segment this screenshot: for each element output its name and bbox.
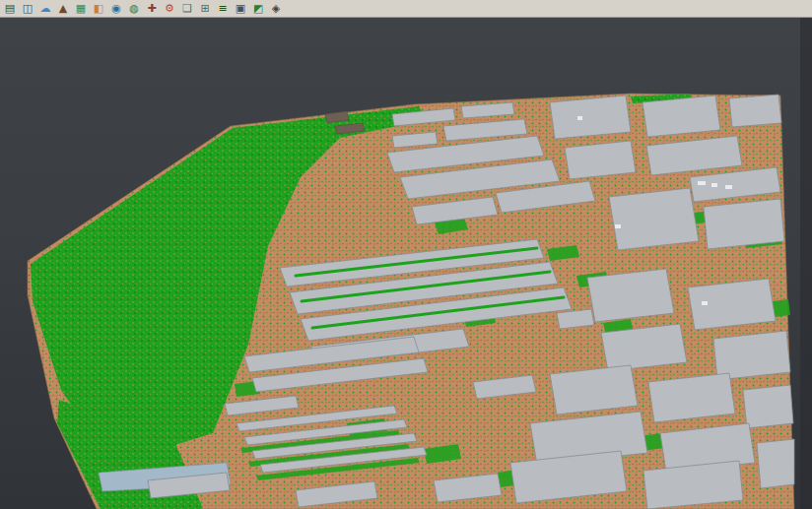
settings-gear-icon[interactable]: ⚙ (162, 1, 177, 16)
application-window: ▤ ◫ ☁ ▲ ▦ ◧ ◉ ◍ ✚ ⚙ ❏ ⊞ ≡ ▣ ◩ ◈ (0, 0, 812, 509)
snapshot-icon[interactable]: ▣ (233, 1, 248, 16)
open-icon[interactable]: ▤ (2, 1, 18, 16)
viewport-right-gutter (800, 18, 812, 509)
palette-icon[interactable]: ◧ (91, 1, 106, 16)
globe-icon[interactable]: ◍ (126, 1, 142, 16)
terrain-icon[interactable]: ▲ (55, 1, 71, 16)
toolbar: ▤ ◫ ☁ ▲ ▦ ◧ ◉ ◍ ✚ ⚙ ❏ ⊞ ≡ ▣ ◩ ◈ (0, 0, 812, 18)
point-cloud-icon[interactable]: ☁ (37, 1, 53, 16)
save-icon[interactable]: ◫ (20, 1, 35, 16)
measure-icon[interactable]: ✚ (144, 1, 160, 16)
3d-viewport[interactable] (0, 18, 812, 509)
classify-icon[interactable]: ◩ (250, 1, 266, 16)
layers-icon[interactable]: ≡ (215, 1, 231, 16)
texture-icon[interactable]: ▦ (73, 1, 89, 16)
crop-icon[interactable]: ❏ (179, 1, 195, 16)
properties-icon[interactable]: ◈ (268, 1, 284, 16)
grid-icon[interactable]: ⊞ (197, 1, 213, 16)
point-cloud-scene (0, 18, 812, 509)
camera-icon[interactable]: ◉ (108, 1, 124, 16)
